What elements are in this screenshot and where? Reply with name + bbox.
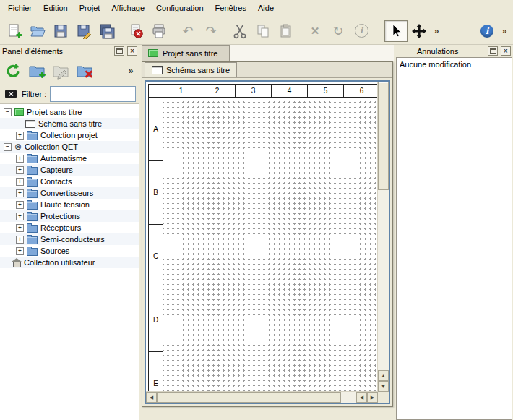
copy-button[interactable] [251, 20, 275, 42]
column-label: 3 [236, 85, 272, 98]
about-button[interactable]: i [475, 20, 499, 42]
select-tool-button[interactable] [384, 20, 408, 42]
expand-expander-icon[interactable]: + [16, 178, 24, 186]
undo-panel-title: Annulations [417, 47, 459, 56]
row-label: C [149, 225, 163, 288]
scroll-left-button[interactable]: ◀ [146, 392, 157, 403]
horizontal-scrollbar-thumb[interactable] [157, 392, 341, 403]
filter-input[interactable] [50, 86, 136, 102]
expand-expander-icon[interactable]: + [16, 166, 24, 174]
tree-item-automatisme[interactable]: + Automatisme [0, 153, 139, 164]
clear-filter-icon [4, 87, 17, 100]
help-toolbar-overflow-button[interactable]: » [499, 20, 510, 42]
reload-collections-button[interactable] [3, 61, 23, 81]
dock-drag-grip[interactable] [398, 49, 414, 53]
tab-project[interactable]: Projet sans titre [142, 45, 230, 61]
tree-item-semi-conducteurs[interactable]: + Semi-conducteurs [0, 233, 139, 245]
menu-configuration[interactable]: Configuration [150, 0, 209, 17]
expand-expander-icon[interactable]: + [16, 189, 24, 197]
vertical-scrollbar[interactable]: ▲ ▼ [377, 82, 389, 392]
expand-expander-icon[interactable]: + [16, 213, 24, 220]
menu-fichier[interactable]: Fichier [2, 0, 38, 17]
collapse-expander-icon[interactable]: − [4, 143, 12, 151]
delete-element-button[interactable] [74, 61, 95, 81]
expand-expander-icon[interactable]: + [16, 247, 24, 255]
scroll-down-button[interactable]: ▼ [378, 381, 389, 392]
edit-element-button[interactable] [51, 61, 71, 81]
print-button[interactable] [147, 20, 171, 42]
column-label: 5 [308, 85, 344, 98]
scroll-left-button-2[interactable]: ◀ [356, 392, 367, 403]
horizontal-scrollbar-track[interactable] [341, 392, 356, 403]
delete-button[interactable]: ✕ [303, 20, 327, 42]
tree-item-capteurs[interactable]: + Capteurs [0, 164, 139, 176]
dock-float-button[interactable] [114, 46, 124, 56]
tree-item-project-collection[interactable]: + Collection projet [0, 129, 139, 141]
rotate-button[interactable]: ↻ [327, 20, 350, 42]
menu-projet[interactable]: Projet [74, 0, 106, 17]
save-all-button[interactable] [95, 20, 118, 42]
toolbar-overflow-button[interactable]: » [431, 20, 442, 42]
expand-expander-icon[interactable]: + [16, 201, 24, 209]
undo-button[interactable]: ↶ [176, 20, 199, 42]
horizontal-scrollbar[interactable]: ◀ ◀ ▶ [146, 391, 378, 403]
tree-item-protections[interactable]: + Protections [0, 210, 139, 222]
menu-fenetres[interactable]: Fenêtres [210, 0, 252, 17]
dock-close-button[interactable]: × [127, 46, 137, 56]
scroll-right-button[interactable]: ▶ [367, 392, 378, 403]
vertical-scrollbar-thumb[interactable] [378, 82, 389, 190]
up-arrow-icon: ▲ [381, 373, 386, 378]
tree-item-contacts[interactable]: + Contacts [0, 176, 139, 187]
tree-item-qet-collection[interactable]: − ⊗ Collection QET [0, 141, 139, 153]
filter-row: Filtrer : [0, 85, 139, 103]
tree-item-haute-tension[interactable]: + Haute tension [0, 199, 139, 210]
tree-item-convertisseurs[interactable]: + Convertisseurs [0, 187, 139, 199]
mdi-workspace: Projet sans titre Schéma sans titre 1 [142, 45, 394, 420]
dock-drag-grip[interactable] [462, 49, 486, 53]
expand-expander-icon[interactable]: + [16, 236, 24, 244]
scroll-up-button[interactable]: ▲ [378, 370, 389, 381]
tree-item-recepteurs[interactable]: + Récepteurs [0, 222, 139, 233]
left-arrow-icon: ◀ [360, 395, 363, 400]
dock-close-button[interactable]: × [501, 46, 511, 56]
close-file-button[interactable] [124, 20, 147, 42]
expand-expander-icon[interactable]: + [16, 224, 24, 232]
clear-filter-button[interactable] [4, 87, 18, 101]
expand-expander-icon[interactable]: + [16, 132, 24, 140]
tree-item-project[interactable]: − Projet sans titre [0, 106, 139, 118]
pan-tool-button[interactable] [408, 20, 431, 42]
cut-button[interactable] [228, 20, 251, 42]
tree-item-sources[interactable]: + Sources [0, 245, 139, 257]
menu-edition[interactable]: Édition [38, 0, 74, 17]
redo-button[interactable]: ↷ [199, 20, 223, 42]
diagram-icon [25, 120, 35, 128]
tree-item-diagram[interactable]: Schéma sans titre [0, 118, 139, 129]
tree-item-label: Collection utilisateur [24, 258, 95, 267]
save-button[interactable] [49, 20, 72, 42]
dock-float-button[interactable] [488, 46, 498, 56]
diagram-tab-label: Schéma sans titre [166, 66, 230, 74]
dock-drag-grip[interactable] [66, 49, 111, 53]
elements-tree: − Projet sans titre Schéma sans titre + … [0, 103, 139, 420]
properties-button[interactable]: i [350, 20, 373, 42]
tree-item-user-collection[interactable]: Collection utilisateur [0, 257, 139, 268]
save-as-button[interactable] [72, 20, 95, 42]
undo-empty-text: Aucune modification [400, 60, 471, 69]
diagram-canvas[interactable]: 1 2 3 4 5 6 A B C D E [146, 82, 378, 392]
new-document-button[interactable] [3, 20, 26, 42]
undo-icon: ↶ [182, 25, 193, 38]
menu-aide[interactable]: Aide [252, 0, 280, 17]
diagram-tab-bar: Schéma sans titre [142, 62, 392, 78]
save-floppy-icon [53, 23, 69, 39]
paste-icon [278, 23, 294, 39]
undo-history-list[interactable]: Aucune modification [396, 57, 512, 420]
open-document-button[interactable] [26, 20, 49, 42]
paste-button[interactable] [275, 20, 298, 42]
menu-affichage[interactable]: Affichage [105, 0, 150, 17]
tab-diagram[interactable]: Schéma sans titre [145, 62, 237, 77]
new-element-button[interactable] [27, 61, 47, 81]
expand-expander-icon[interactable]: + [16, 155, 24, 163]
collapse-expander-icon[interactable]: − [4, 108, 12, 116]
panel-toolbar-overflow-button[interactable]: » [125, 61, 137, 81]
vertical-scrollbar-track[interactable] [378, 190, 389, 370]
